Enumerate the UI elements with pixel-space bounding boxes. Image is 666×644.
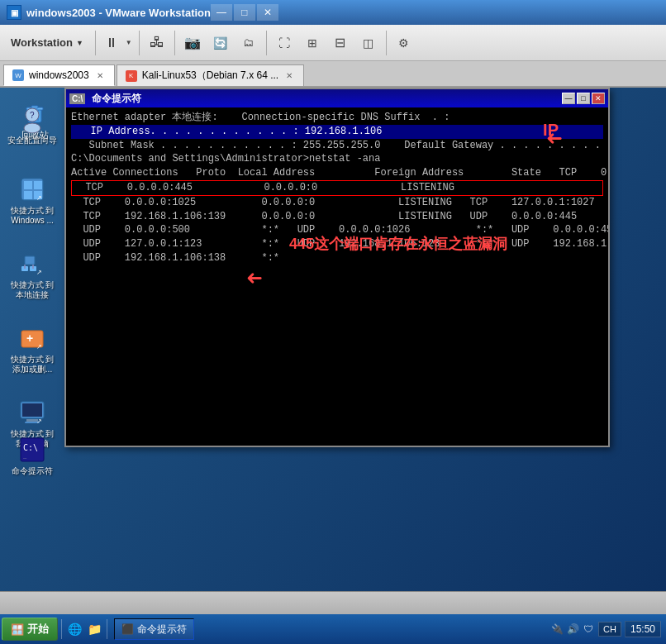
side-icon-security-wizard[interactable]: ? 安全配置向导	[3, 104, 61, 145]
start-label: 开始	[27, 622, 49, 637]
side-icon-add-remove[interactable]: + ↗ 快捷方式 到添加或删...	[3, 323, 61, 374]
svg-text:↗: ↗	[36, 194, 42, 202]
toolbar-separator-5	[386, 31, 387, 55]
taskbar-sep-1	[61, 619, 62, 639]
taskbar-explorer-icon[interactable]: 📁	[85, 620, 103, 638]
add-remove-icon: + ↗	[17, 323, 47, 353]
start-icon: 🪟	[11, 623, 24, 636]
cmd-line-udp500: UDP 0.0.0.0:500 *:*	[71, 224, 279, 236]
close-button[interactable]: ✕	[257, 4, 278, 21]
cmd-line-tcp445: TCP 0.0.0.0:445 0.0.0.0:0 LISTENING	[71, 180, 603, 196]
cmd-line-active: Active Connections	[71, 167, 178, 179]
cmd-line-2: Connection-specific DNS Suffix . :	[224, 112, 450, 123]
add-remove-label: 快捷方式 到添加或删...	[11, 355, 55, 374]
workstation-menu-button[interactable]: Workstation ▼	[3, 32, 91, 53]
taskbar-cmd-task[interactable]: ⬛ 命令提示符	[114, 618, 194, 640]
title-bar: ▣ windows2003 - VMware Workstation — □ ✕	[0, 0, 666, 25]
workstation-label: Workstation	[11, 36, 73, 49]
tab-windows2003[interactable]: W windows2003 ✕	[3, 64, 115, 86]
security-wizard-icon: ?	[17, 104, 47, 134]
tab-icon-kali: K	[126, 70, 137, 82]
cmd-line-gateway: Default Gateway . . . . . . . . . : 192.…	[387, 140, 608, 151]
pause-button[interactable]: ⏸	[100, 30, 123, 56]
window-title: windows2003 - VMware Workstation	[26, 7, 211, 19]
cmd-minimize-button[interactable]: —	[562, 93, 575, 104]
cmd-shortcut-icon[interactable]: C:\ _ 命令提示符	[3, 435, 61, 476]
local-connection-label: 快捷方式 到本地连接	[11, 280, 55, 300]
svg-text:?: ?	[30, 111, 35, 120]
security-wizard-label: 安全配置向导	[7, 136, 57, 145]
taskbar-sep-2	[107, 619, 107, 639]
tray-network-icon: 🔌	[550, 623, 564, 636]
toolbar-separator-4	[266, 31, 267, 55]
cmd-line-tcp139: TCP 192.168.1.106:139 0.0.0.0:0 LISTENIN…	[71, 211, 452, 222]
taskbar-ie-icon[interactable]: 🌐	[65, 620, 83, 638]
cmd-line-tcp1025: TCP 0.0.0.0:1025 0.0.0.0:0 LISTENING	[71, 197, 452, 208]
cmd-close-button[interactable]: ✕	[592, 93, 605, 104]
cmd-window: C:\ 命令提示符 — □ ✕ Ethernet adapter 本地连接: C…	[64, 88, 610, 447]
local-connection-icon: ↗	[17, 249, 47, 279]
cmd-line-udp123-1: UDP 127.0.0.1:123 *:*	[71, 238, 279, 250]
svg-text:↗: ↗	[36, 269, 42, 276]
tray-sound-icon: 🔊	[566, 623, 579, 636]
tab-close-windows2003[interactable]: ✕	[94, 69, 106, 81]
cmd-line-tcp1027: TCP 127.0.0.1:1027 0.0.0.0:0 LISTENING	[458, 197, 608, 208]
snapshot-manager-button[interactable]: 🗂	[235, 30, 262, 56]
svg-rect-20	[25, 256, 35, 265]
tab-label-windows2003: windows2003	[29, 69, 89, 81]
cmd-title-bar[interactable]: C:\ 命令提示符 — □ ✕	[66, 89, 608, 107]
snapshot-button[interactable]: 📷	[179, 30, 206, 56]
my-computer-icon: ↗	[17, 398, 47, 427]
tab-close-kali[interactable]: ✕	[283, 70, 295, 82]
status-bar	[0, 591, 666, 614]
minimize-button[interactable]: —	[211, 4, 232, 21]
svg-rect-16	[34, 181, 42, 189]
pause-group: ⏸ ▼	[100, 30, 135, 56]
cmd-content-area[interactable]: Ethernet adapter 本地连接: Connection-specif…	[66, 107, 608, 446]
cmd-line-udp138: UDP 192.168.1.106:138 *:*	[71, 252, 279, 264]
toolbar-separator-2	[139, 31, 140, 55]
desktop: 回收站 PhpStudy2... ? 安全配置向导	[0, 88, 666, 591]
cmd-maximize-button[interactable]: □	[577, 93, 590, 104]
cmd-line-udp4500: UDP 0.0.0.0:4500 *:*	[500, 224, 609, 236]
network-button[interactable]: 🖧	[144, 30, 170, 56]
arrow-ip-icon: ➜	[546, 127, 563, 150]
svg-text:+: +	[26, 332, 33, 345]
cmd-title-icon: C:\	[69, 93, 85, 104]
fullscreen-button[interactable]: ⛶	[271, 30, 297, 56]
dropdown-arrow-icon: ▼	[76, 39, 83, 47]
cmd-shortcut-image: C:\ _	[17, 435, 47, 465]
cmd-line-header: Proto Local Address Foreign Address Stat…	[184, 167, 541, 179]
settings-button[interactable]: ⚙	[391, 30, 417, 56]
side-icon-local-connection[interactable]: ↗ 快捷方式 到本地连接	[3, 249, 61, 300]
view-toggle-button[interactable]: ⊞	[299, 30, 326, 56]
taskbar-right: 🔌 🔊 🛡 CH 15:50	[550, 621, 664, 637]
pause-dropdown[interactable]: ▼	[123, 30, 135, 56]
vmware-icon: ▣	[7, 5, 21, 20]
tray-security-icon: 🛡	[582, 623, 595, 636]
svg-text:↗: ↗	[36, 417, 42, 425]
cmd-window-controls: — □ ✕	[562, 93, 605, 104]
start-button[interactable]: 🪟 开始	[2, 618, 58, 641]
split-view-button[interactable]: ⊟	[327, 30, 354, 56]
toolbar-separator-1	[95, 31, 96, 55]
shortcut-windows-label: 快捷方式 到Windows ...	[11, 206, 55, 226]
tab-icon-windows: W	[12, 69, 24, 81]
svg-point-12	[24, 123, 40, 133]
cmd-line-netstat: C:\Documents and Settings\Administrator>…	[71, 153, 380, 165]
side-icon-shortcut-windows[interactable]: ↗ 快捷方式 到Windows ...	[3, 174, 61, 226]
tray-area: 🔌 🔊 🛡	[550, 623, 595, 636]
cmd-title-text: 命令提示符	[92, 92, 141, 106]
maximize-button[interactable]: □	[234, 4, 255, 21]
annotation-445-label: 445这个端口肯存在永恒之蓝漏洞	[289, 234, 507, 254]
taskbar-language-indicator[interactable]: CH	[598, 622, 621, 637]
fit-screen-button[interactable]: ◫	[355, 30, 382, 56]
snapshot-restore-button[interactable]: 🔄	[207, 30, 234, 56]
tab-label-kali: Kali-Linux53（Debian 7.x 64 ...	[142, 69, 278, 83]
toolbar: Workstation ▼ ⏸ ▼ 🖧 📷 🔄 🗂 ⛶ ⊞ ⊟ ◫ ⚙	[0, 25, 666, 61]
svg-rect-30	[22, 403, 42, 417]
cmd-shortcut-label: 命令提示符	[12, 466, 53, 476]
cmd-line-0: Ethernet adapter 本地连接:	[71, 112, 218, 123]
taskbar-clock: 15:50	[625, 621, 661, 637]
tab-kali[interactable]: K Kali-Linux53（Debian 7.x 64 ... ✕	[117, 64, 304, 86]
